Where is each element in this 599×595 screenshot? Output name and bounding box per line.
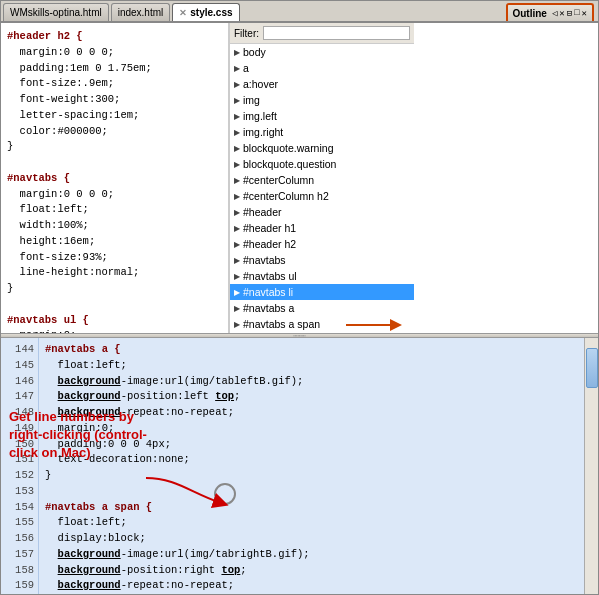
outline-item-label: img.right xyxy=(243,126,283,138)
right-outline-panel: Filter: ▶ body ▶ a xyxy=(229,23,414,333)
top-section: #header h2 { margin:0 0 0 0; padding:1em… xyxy=(1,23,598,595)
filter-label: Filter: xyxy=(234,28,259,39)
outline-item-imgright[interactable]: ▶ img.right xyxy=(230,124,414,140)
outline-toolbar-icon3[interactable]: ⊟ xyxy=(567,8,572,19)
arrow-icon: ▶ xyxy=(234,224,240,233)
line-num-144: 144 xyxy=(1,342,34,358)
code-line-14: font-size:93%; xyxy=(7,250,222,266)
arrow-icon: ▶ xyxy=(234,48,240,57)
outline-item-navtabsa[interactable]: ▶ #navtabs a xyxy=(230,300,414,316)
code-body-line-145: float:left; xyxy=(45,358,592,374)
outline-item-body[interactable]: ▶ body xyxy=(230,44,414,60)
arrow-icon: ▶ xyxy=(234,208,240,217)
outline-item-label: #centerColumn xyxy=(243,174,314,186)
code-body-line-156: display:block; xyxy=(45,531,592,547)
code-line-8: } xyxy=(7,139,222,155)
outline-item-label: body xyxy=(243,46,266,58)
outline-item-label: #centerColumn h2 xyxy=(243,190,329,202)
outline-item-img[interactable]: ▶ img xyxy=(230,92,414,108)
arrow-icon: ▶ xyxy=(234,272,240,281)
arrow-icon: ▶ xyxy=(234,112,240,121)
arrow-icon: ▶ xyxy=(234,304,240,313)
code-line-5: font-weight:300; xyxy=(7,92,222,108)
outline-scrollbar[interactable] xyxy=(584,338,598,595)
line-num-154: 154 xyxy=(1,500,34,516)
filter-input[interactable] xyxy=(263,26,410,40)
code-line-2: margin:0 0 0 0; xyxy=(7,45,222,61)
outline-item-label: #navtabs ul xyxy=(243,270,297,282)
code-line-1: #header h2 { xyxy=(7,29,222,45)
line-num-153: 153 xyxy=(1,484,34,500)
code-line-blank1 xyxy=(7,155,222,171)
outline-item-label: #navtabs a span xyxy=(243,318,320,330)
line-num-146: 146 xyxy=(1,374,34,390)
code-line-blank2 xyxy=(7,297,222,313)
outline-item-label: #header xyxy=(243,206,282,218)
outline-item-label: img.left xyxy=(243,110,277,122)
outline-toolbar-icon2[interactable]: ✕ xyxy=(559,8,564,19)
code-line-9: #navtabs { xyxy=(7,171,222,187)
outline-item-headerh1[interactable]: ▶ #header h1 xyxy=(230,220,414,236)
code-body-line-154: #navtabs a span { xyxy=(45,500,592,516)
code-body-line-157: background-image:url(img/tabrightB.gif); xyxy=(45,547,592,563)
outline-arrow-svg xyxy=(346,315,406,335)
arrow-icon: ▶ xyxy=(234,128,240,137)
line-num-145: 145 xyxy=(1,358,34,374)
outline-item-navtabsul[interactable]: ▶ #navtabs ul xyxy=(230,268,414,284)
outline-item-label: #navtabs li xyxy=(243,286,293,298)
code-line-17: #navtabs ul { xyxy=(7,313,222,329)
code-line-3: padding:1em 0 1.75em; xyxy=(7,61,222,77)
arrow-icon: ▶ xyxy=(234,320,240,329)
outline-item-imgleft[interactable]: ▶ img.left xyxy=(230,108,414,124)
outline-item-bqwarning[interactable]: ▶ blockquote.warning xyxy=(230,140,414,156)
outline-item-centercolumn[interactable]: ▶ #centerColumn xyxy=(230,172,414,188)
outline-item-navtabsli[interactable]: ▶ #navtabs li xyxy=(230,284,414,300)
line-num-157: 157 xyxy=(1,547,34,563)
bottom-code-section: Get line numbers by right-clicking (cont… xyxy=(1,338,598,595)
outline-toolbar-icon4[interactable]: □ xyxy=(574,8,579,18)
tab-wmskills[interactable]: WMskills-optina.html xyxy=(3,3,109,21)
code-body-line-153 xyxy=(45,484,592,500)
outline-item-centercolumnh2[interactable]: ▶ #centerColumn h2 xyxy=(230,188,414,204)
outline-item-label: #header h1 xyxy=(243,222,296,234)
outline-list: ▶ body ▶ a ▶ a:hover ▶ i xyxy=(230,44,414,333)
code-line-16: } xyxy=(7,281,222,297)
code-line-4: font-size:.9em; xyxy=(7,76,222,92)
outline-header: Outline ◁ ✕ ⊟ □ ✕ xyxy=(506,3,594,21)
outline-item-label: a:hover xyxy=(243,78,278,90)
line-num-147: 147 xyxy=(1,389,34,405)
line-num-155: 155 xyxy=(1,515,34,531)
left-code-panel: #header h2 { margin:0 0 0 0; padding:1em… xyxy=(1,23,229,333)
code-body-line-158: background-position:right top; xyxy=(45,563,592,579)
split-top: #header h2 { margin:0 0 0 0; padding:1em… xyxy=(1,23,598,333)
scrollbar-thumb[interactable] xyxy=(586,348,598,388)
filter-row: Filter: xyxy=(230,23,414,44)
outline-toolbar-icon1[interactable]: ◁ xyxy=(552,8,557,19)
outline-item-headerh2[interactable]: ▶ #header h2 xyxy=(230,236,414,252)
line-num-152: 152 xyxy=(1,468,34,484)
tab-label: WMskills-optina.html xyxy=(10,7,102,18)
outline-item-navtabs[interactable]: ▶ #navtabs xyxy=(230,252,414,268)
annotation-text: Get line numbers by right-clicking (cont… xyxy=(9,408,154,463)
circle-marker xyxy=(214,483,236,505)
outline-title: Outline xyxy=(512,8,546,19)
outline-item-header[interactable]: ▶ #header xyxy=(230,204,414,220)
code-body-line-146: background-image:url(img/tableftB.gif); xyxy=(45,374,592,390)
outline-item-bqquestion[interactable]: ▶ blockquote.question xyxy=(230,156,414,172)
outline-item-ahover[interactable]: ▶ a:hover xyxy=(230,76,414,92)
arrow-icon: ▶ xyxy=(234,288,240,297)
outline-item-label: #header h2 xyxy=(243,238,296,250)
outline-item-a[interactable]: ▶ a xyxy=(230,60,414,76)
tab-bar: WMskills-optina.html index.html ✕ style.… xyxy=(1,1,598,23)
outline-item-label: img xyxy=(243,94,260,106)
arrow-icon: ▶ xyxy=(234,160,240,169)
arrow-icon: ▶ xyxy=(234,192,240,201)
annotation-content: Get line numbers by right-clicking (cont… xyxy=(9,409,147,460)
tab-style[interactable]: ✕ style.css xyxy=(172,3,239,21)
outline-item-label: #navtabs xyxy=(243,254,286,266)
outline-toolbar-icon5[interactable]: ✕ xyxy=(582,8,587,19)
tab-index[interactable]: index.html xyxy=(111,3,171,21)
outline-item-label: blockquote.question xyxy=(243,158,336,170)
code-body-line-152: } xyxy=(45,468,592,484)
code-line-10: margin:0 0 0 0; xyxy=(7,187,222,203)
